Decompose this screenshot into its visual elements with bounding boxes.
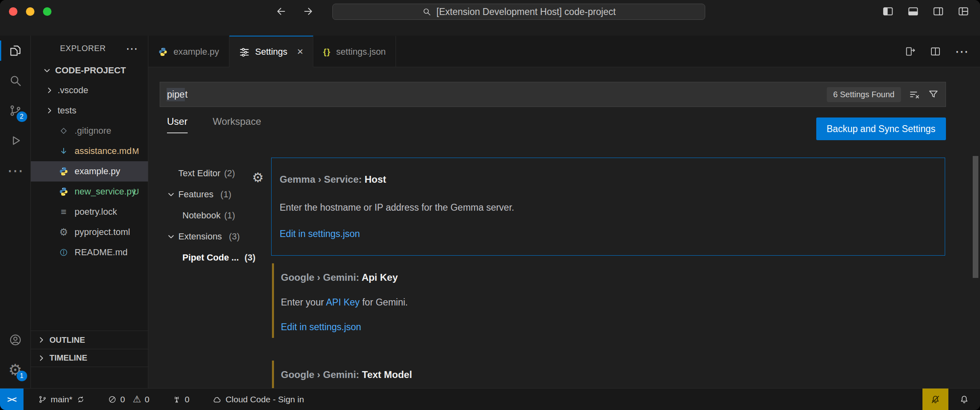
search-text: t: [185, 89, 187, 100]
python-file-icon: [58, 167, 70, 176]
close-icon[interactable]: ×: [297, 45, 303, 58]
bell-slash-icon: [930, 394, 941, 405]
split-editor-icon[interactable]: [930, 46, 941, 57]
remote-indicator[interactable]: ><: [0, 389, 24, 410]
sync-icon: [76, 395, 85, 404]
settings-list: Gemma › Service: Host Enter the hostname…: [271, 67, 945, 388]
chevron-down-icon: [167, 190, 175, 199]
toc-item-pipet-code[interactable]: Pipet Code ... (3): [165, 247, 278, 268]
explorer-sidebar: EXPLORER ⋯ CODE-PROJECT .vscode tests .g…: [31, 36, 148, 388]
chevron-right-icon: [45, 86, 53, 94]
setting-gemma-service-host[interactable]: Gemma › Service: Host Enter the hostname…: [271, 158, 945, 256]
explorer-more-actions-icon[interactable]: ⋯: [126, 41, 139, 56]
activity-more-icon[interactable]: ⋯: [0, 156, 31, 186]
toc-item-notebook[interactable]: Notebook (1): [165, 205, 278, 226]
git-branch-icon: [38, 395, 47, 404]
problems-status[interactable]: 0 ⚠ 0: [108, 395, 150, 404]
settings-scope-tabs: User Workspace: [167, 116, 261, 133]
tree-item-assistance-md[interactable]: assistance.md M: [31, 141, 148, 161]
tab-settings-json[interactable]: {} settings.json: [313, 36, 396, 67]
activity-source-control-icon[interactable]: 2: [0, 96, 31, 126]
toggle-primary-sidebar-icon[interactable]: [882, 5, 894, 17]
tree-item-tests[interactable]: tests: [31, 100, 148, 121]
activity-settings-gear-icon[interactable]: ⚙ 1: [0, 355, 31, 385]
lock-file-icon: ≡: [58, 207, 70, 217]
zoom-window-button[interactable]: [43, 7, 51, 16]
tree-item-poetry-lock[interactable]: ≡ poetry.lock: [31, 202, 148, 222]
titlebar: [Extension Development Host] code-projec…: [0, 0, 980, 36]
activity-accounts-icon[interactable]: [0, 325, 31, 355]
command-center[interactable]: [Extension Development Host] code-projec…: [332, 4, 705, 20]
status-bar: >< main* 0 ⚠ 0: [0, 388, 980, 410]
tree-item-example-py[interactable]: example.py: [31, 161, 148, 182]
setting-gear-icon[interactable]: ⚙: [252, 171, 264, 184]
warnings-icon: ⚠: [133, 395, 141, 404]
open-changes-icon[interactable]: [905, 46, 916, 57]
remote-icon: ><: [7, 395, 17, 404]
git-status-badge: U: [133, 187, 139, 196]
editor-area: example.py Settings × {} settings.json: [148, 36, 980, 388]
chevron-right-icon: [45, 107, 53, 115]
close-window-button[interactable]: [9, 7, 17, 16]
tab-example-py[interactable]: example.py: [148, 36, 229, 67]
activity-run-debug-icon[interactable]: [0, 126, 31, 156]
toc-item-features[interactable]: Features (1): [165, 184, 278, 205]
tab-workspace[interactable]: Workspace: [213, 116, 261, 133]
git-status-badge: M: [132, 147, 139, 156]
outline-panel-header[interactable]: OUTLINE: [31, 331, 148, 349]
command-center-title: [Extension Development Host] code-projec…: [437, 6, 616, 17]
back-icon[interactable]: [276, 6, 287, 17]
customize-layout-icon[interactable]: [957, 5, 969, 17]
tree-root-code-project[interactable]: CODE-PROJECT: [31, 61, 148, 80]
radio-tower-icon: [172, 395, 181, 404]
markdown-file-icon: [58, 146, 70, 156]
chevron-down-icon: [43, 66, 51, 75]
minimize-window-button[interactable]: [26, 7, 34, 16]
activity-search-icon[interactable]: [0, 66, 31, 96]
chevron-down-icon: [167, 233, 175, 241]
python-file-icon: [58, 187, 70, 196]
api-key-link[interactable]: API Key: [326, 297, 359, 308]
settings-editor: pipet 6 Settings Found User Workspac: [148, 67, 980, 388]
forward-icon[interactable]: [302, 6, 314, 17]
vscode-window: [Extension Development Host] code-projec…: [0, 0, 980, 410]
setting-google-gemini-api-key[interactable]: Google › Gemini: Api Key Enter your API …: [271, 261, 945, 340]
tree-item-gitignore[interactable]: .gitignore: [31, 121, 148, 141]
info-file-icon: [58, 248, 70, 257]
json-braces-icon: {}: [323, 47, 330, 57]
toc-item-extensions[interactable]: Extensions (3): [165, 226, 278, 247]
settings-badge: 1: [17, 371, 27, 381]
more-actions-icon[interactable]: ⋯: [955, 45, 969, 58]
tree-item-vscode[interactable]: .vscode: [31, 80, 148, 100]
branch-status[interactable]: main*: [38, 395, 85, 404]
activity-bar: 2 ⋯ ⚙ 1: [0, 36, 31, 388]
tree-item-new-service-py[interactable]: new_service.py U: [31, 182, 148, 202]
tree-item-readme-md[interactable]: README.md: [31, 242, 148, 263]
errors-icon: [108, 395, 117, 404]
search-text-selected: pipe: [167, 88, 185, 101]
chevron-right-icon: [37, 336, 45, 344]
sidebar-title: EXPLORER: [60, 44, 106, 53]
notifications-bell-icon[interactable]: [948, 394, 980, 405]
tab-user[interactable]: User: [167, 116, 188, 133]
scrollbar[interactable]: [973, 156, 978, 278]
toggle-panel-icon[interactable]: [907, 5, 919, 17]
chevron-right-icon: [37, 354, 45, 362]
toggle-secondary-sidebar-icon[interactable]: [932, 5, 944, 17]
settings-sliders-icon: [239, 47, 250, 57]
python-file-icon: [158, 47, 168, 57]
activity-explorer-icon[interactable]: [0, 36, 31, 66]
tab-settings[interactable]: Settings ×: [229, 36, 314, 67]
edit-in-settings-json-link[interactable]: Edit in settings.json: [281, 322, 361, 333]
tab-bar: example.py Settings × {} settings.json: [148, 36, 980, 67]
cloud-code-status[interactable]: Cloud Code - Sign in: [212, 395, 304, 404]
edit-in-settings-json-link[interactable]: Edit in settings.json: [280, 228, 360, 239]
do-not-disturb-bell-button[interactable]: [922, 389, 948, 410]
tree-item-pyproject-toml[interactable]: ⚙ pyproject.toml: [31, 222, 148, 242]
setting-google-gemini-text-model[interactable]: Google › Gemini: Text Model: [271, 358, 945, 388]
scm-badge: 2: [17, 111, 27, 122]
timeline-panel-header[interactable]: TIMELINE: [31, 349, 148, 367]
ports-status[interactable]: 0: [172, 395, 190, 404]
git-file-icon: [58, 126, 70, 135]
window-controls: [0, 7, 51, 16]
